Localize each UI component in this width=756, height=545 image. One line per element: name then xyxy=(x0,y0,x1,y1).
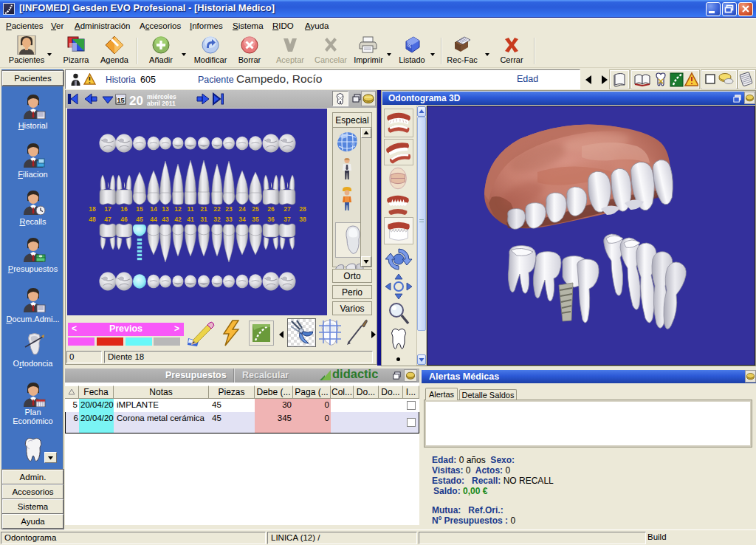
svg-text:27: 27 xyxy=(284,205,291,213)
svg-text:11: 11 xyxy=(188,205,194,213)
svg-text:45: 45 xyxy=(136,216,143,223)
svg-text:33: 33 xyxy=(225,216,233,223)
svg-text:23: 23 xyxy=(225,205,233,213)
svg-text:42: 42 xyxy=(174,216,182,223)
svg-text:13: 13 xyxy=(162,205,169,213)
svg-text:12: 12 xyxy=(174,205,182,213)
svg-text:35: 35 xyxy=(252,216,259,223)
svg-text:abril 2011: abril 2011 xyxy=(147,100,176,107)
svg-text:20: 20 xyxy=(129,94,143,107)
svg-text:21: 21 xyxy=(200,205,207,213)
svg-text:25: 25 xyxy=(252,205,259,213)
svg-text:22: 22 xyxy=(213,205,221,213)
svg-text:15: 15 xyxy=(136,205,143,213)
svg-text:44: 44 xyxy=(150,216,157,223)
svg-text:14: 14 xyxy=(150,205,157,213)
svg-text:43: 43 xyxy=(162,216,169,223)
svg-text:34: 34 xyxy=(238,216,246,223)
svg-text:37: 37 xyxy=(284,216,291,223)
svg-text:16: 16 xyxy=(120,205,128,213)
svg-text:46: 46 xyxy=(120,216,128,223)
svg-text:32: 32 xyxy=(213,216,221,223)
svg-text:47: 47 xyxy=(104,216,111,223)
svg-text:17: 17 xyxy=(104,205,111,213)
svg-text:48: 48 xyxy=(89,216,96,223)
svg-text:24: 24 xyxy=(238,205,246,213)
svg-text:18: 18 xyxy=(89,205,96,213)
svg-text:15: 15 xyxy=(117,97,124,104)
svg-text:38: 38 xyxy=(299,216,306,223)
svg-text:28: 28 xyxy=(299,205,306,213)
svg-text:31: 31 xyxy=(200,216,207,223)
svg-text:41: 41 xyxy=(187,216,194,223)
svg-text:36: 36 xyxy=(267,216,275,223)
svg-text:26: 26 xyxy=(267,205,275,213)
